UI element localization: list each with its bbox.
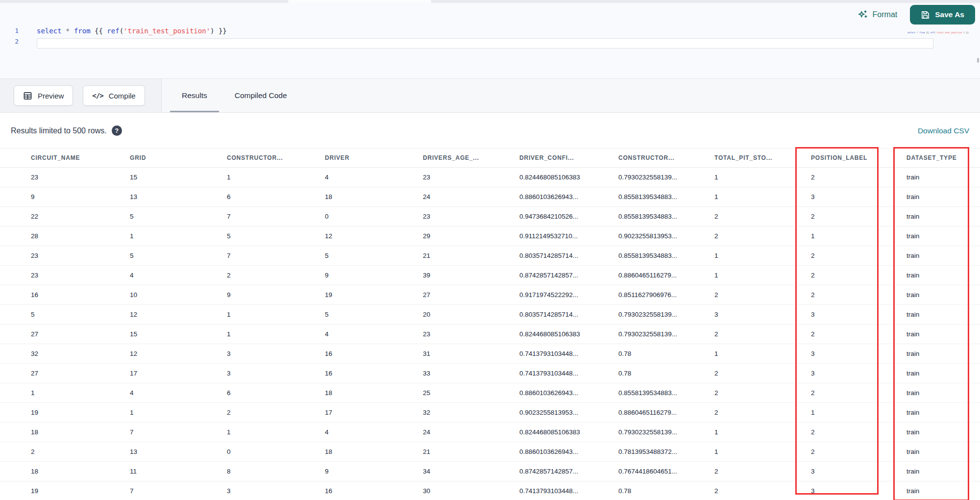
table-cell: 0.8860103626943...	[519, 193, 618, 200]
table-row: 3212316310.7413793103448...0.7813train	[0, 344, 980, 364]
compile-button[interactable]: </> Compile	[83, 85, 145, 106]
table-cell: 9	[31, 193, 130, 200]
table-cell: 24	[423, 193, 519, 200]
column-header: CONSTRUCTOR...	[618, 154, 714, 161]
table-cell: 1	[714, 174, 811, 181]
table-cell: 2	[811, 389, 906, 397]
table-cell: 4	[325, 428, 423, 436]
table-cell: 23	[423, 330, 519, 338]
table-cell: train	[906, 232, 980, 240]
table-cell: 1	[130, 232, 227, 240]
table-cell: 1	[714, 428, 811, 436]
editor-scrollbar[interactable]	[977, 58, 979, 63]
table-cell: 2	[31, 448, 130, 455]
code-token: ) }}	[210, 27, 227, 35]
table-grid-icon	[23, 91, 32, 100]
table-cell: 7	[130, 428, 227, 436]
table-cell: 5	[31, 311, 130, 318]
table-cell: train	[906, 252, 980, 259]
table-cell: 2	[714, 487, 811, 495]
table-cell: 2	[714, 330, 811, 338]
tab-compiled-code[interactable]: Compiled Code	[223, 79, 299, 112]
table-cell: 32	[423, 409, 519, 416]
table-cell: 17	[130, 370, 227, 377]
code-token	[62, 27, 66, 35]
table-cell: 1	[811, 409, 906, 416]
table-body: 231514230.8244680851063830.7930232558139…	[0, 168, 980, 500]
column-header: DRIVER	[325, 154, 423, 161]
table-row: 23575210.8035714285714...0.8558139534883…	[0, 246, 980, 266]
table-cell: 2	[714, 213, 811, 220]
download-csv-link[interactable]: Download CSV	[918, 126, 969, 135]
table-cell: 0.824468085106383	[519, 330, 618, 338]
table-cell: 2	[714, 468, 811, 475]
code-token: select	[907, 31, 915, 34]
line-number-gutter: 12	[0, 25, 19, 47]
table-cell: 23	[31, 252, 130, 259]
table-cell: 32	[31, 350, 130, 357]
format-button[interactable]: Format	[858, 9, 898, 20]
table-cell: 28	[31, 232, 130, 240]
table-row: 271514230.8244680851063830.7930232558139…	[0, 325, 980, 344]
table-cell: 2	[811, 213, 906, 220]
table-cell: 1	[714, 252, 811, 259]
table-cell: 1	[714, 193, 811, 200]
results-tabs: Results Compiled Code	[170, 79, 299, 112]
editor-minimap[interactable]: select * from {{ ref('train_test_positio…	[907, 26, 976, 77]
table-cell: 34	[423, 468, 519, 475]
table-cell: 0.8860103626943...	[519, 389, 618, 397]
column-header: POSITION_LABEL	[811, 154, 906, 161]
table-cell: 0.9112149532710...	[519, 232, 618, 240]
preview-label: Preview	[38, 92, 64, 100]
editor-toolbar: Format Save As	[858, 5, 975, 25]
table-cell: 2	[811, 330, 906, 338]
table-row: 51215200.8035714285714...0.7930232558139…	[0, 305, 980, 325]
code-token: from	[919, 31, 925, 34]
table-cell: train	[906, 370, 980, 377]
table-cell: 23	[31, 174, 130, 181]
table-cell: 0.78	[618, 487, 714, 495]
table-cell: 0	[325, 213, 423, 220]
code-token: ref	[107, 27, 119, 35]
table-cell: 7	[227, 213, 325, 220]
table-cell: 0.7930232558139...	[618, 330, 714, 338]
code-token: {{	[925, 31, 930, 34]
table-cell: 0.8742857142857...	[519, 272, 618, 279]
table-cell: 0.7413793103448...	[519, 370, 618, 377]
save-as-button[interactable]: Save As	[910, 5, 975, 25]
table-cell: 4	[130, 389, 227, 397]
code-token: {{	[91, 27, 107, 35]
table-cell: 23	[423, 213, 519, 220]
table-cell: 13	[130, 193, 227, 200]
table-cell: train	[906, 487, 980, 495]
table-cell: 11	[130, 468, 227, 475]
table-cell: 2	[811, 448, 906, 455]
table-cell: 27	[31, 370, 130, 377]
code-token	[70, 27, 74, 35]
results-info-bar: Results limited to 500 rows. ? Download …	[0, 113, 980, 148]
toolbar-button-group: Preview </> Compile	[0, 79, 162, 112]
table-cell: 13	[130, 448, 227, 455]
help-icon[interactable]: ?	[112, 125, 122, 136]
table-cell: train	[906, 448, 980, 455]
table-cell: 0.8558139534883...	[618, 252, 714, 259]
table-cell: 1	[130, 409, 227, 416]
table-cell: 16	[325, 370, 423, 377]
table-cell: 3	[811, 487, 906, 495]
tab-results[interactable]: Results	[170, 79, 219, 112]
table-cell: 3	[227, 370, 325, 377]
table-cell: train	[906, 468, 980, 475]
sparkles-icon	[858, 9, 868, 20]
table-cell: 2	[714, 232, 811, 240]
table-cell: 2	[714, 370, 811, 377]
table-cell: 9	[227, 291, 325, 299]
column-header: TOTAL_PIT_STO...	[714, 154, 811, 161]
sql-editor-pane: Format Save As 12 select * from {{ ref('…	[0, 3, 980, 78]
table-cell: 8	[227, 468, 325, 475]
table-cell: 5	[130, 213, 227, 220]
preview-button[interactable]: Preview	[14, 85, 73, 106]
table-cell: 9	[325, 272, 423, 279]
table-cell: 2	[227, 409, 325, 416]
code-area[interactable]: select * from {{ ref('train_test_positio…	[37, 25, 902, 36]
table-cell: 16	[325, 487, 423, 495]
